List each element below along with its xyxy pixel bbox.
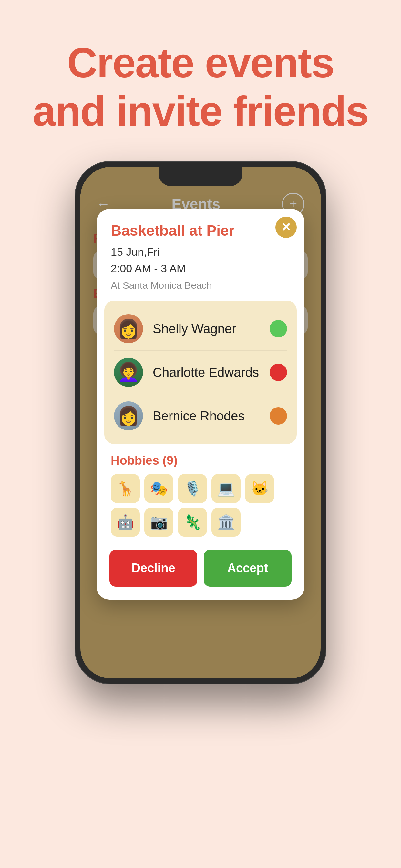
attendees-section: Shelly Wagner Charlotte Edwards Bernice … [104,301,297,444]
action-buttons: Decline Accept [96,543,305,600]
close-icon: ✕ [281,221,291,234]
hero-title-line1: Create events [67,39,334,86]
hobby-badge-2: 🎙️ [178,474,207,503]
attendee-name-charlotte: Charlotte Edwards [153,365,270,380]
hobby-badge-6: 📷 [144,507,174,537]
phone-wrapper: ← Events + P E E A [0,161,401,684]
decline-button[interactable]: Decline [110,550,197,587]
hobbies-title: Hobbies (9) [111,454,290,468]
hobby-badge-7: 🦎 [178,507,207,537]
hobby-badge-5: 🤖 [111,507,140,537]
status-dot-shelly [270,320,287,337]
attendee-name-shelly: Shelly Wagner [153,321,270,336]
hero-title-line2: and invite friends [33,88,368,135]
avatar-bernice [114,401,143,430]
event-date: 15 Jun,Fri 2:00 AM - 3 AM [111,244,290,277]
modal-header: Basketball at Pier 15 Jun,Fri 2:00 AM - … [96,209,305,301]
hobbies-grid: 🦒 🎭 🎙️ 💻 🐱 🤖 📷 🦎 🏛️ [111,474,290,537]
event-location: At Santa Monica Beach [111,280,290,291]
status-dot-bernice [270,407,287,425]
hobbies-section: Hobbies (9) 🦒 🎭 🎙️ 💻 🐱 🤖 📷 🦎 🏛️ [96,444,305,543]
event-detail-modal: ✕ Basketball at Pier 15 Jun,Fri 2:00 AM … [96,209,305,600]
attendee-row-charlotte: Charlotte Edwards [114,351,287,394]
event-time-text: 2:00 AM - 3 AM [111,262,186,275]
phone-notch [158,167,243,186]
hobby-badge-8: 🏛️ [212,507,241,537]
modal-close-button[interactable]: ✕ [275,217,297,238]
avatar-charlotte [114,358,143,387]
attendee-name-bernice: Bernice Rhodes [153,409,270,423]
status-dot-charlotte [270,364,287,381]
attendee-row-shelly: Shelly Wagner [114,307,287,351]
hero-title: Create events and invite friends [0,0,401,155]
phone-screen: ← Events + P E E A [81,167,320,678]
attendee-row-bernice: Bernice Rhodes [114,394,287,438]
avatar-shelly [114,314,143,343]
hobby-badge-1: 🎭 [144,474,174,503]
event-title: Basketball at Pier [111,222,290,239]
accept-button[interactable]: Accept [204,550,291,587]
phone-frame: ← Events + P E E A [74,161,327,684]
event-date-text: 15 Jun,Fri [111,246,159,258]
hobby-badge-0: 🦒 [111,474,140,503]
hobby-badge-4: 🐱 [245,474,274,503]
hobby-badge-3: 💻 [212,474,241,503]
